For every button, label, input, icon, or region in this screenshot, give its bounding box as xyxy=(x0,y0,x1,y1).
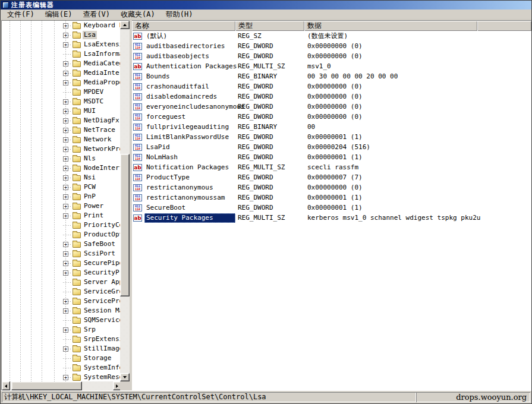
expand-toggle[interactable]: + xyxy=(63,213,68,219)
tree-item[interactable]: +Network xyxy=(2,135,120,144)
tree-item[interactable]: LsaInforma xyxy=(2,49,120,59)
tree-item[interactable]: +ServicePro xyxy=(2,296,120,306)
expand-toggle[interactable]: + xyxy=(63,80,68,86)
tree-item[interactable]: +Nls xyxy=(2,154,120,163)
scroll-up-button[interactable] xyxy=(120,21,130,29)
expand-toggle[interactable]: + xyxy=(63,308,68,314)
expand-toggle[interactable]: + xyxy=(63,71,68,76)
title-bar[interactable]: 注册表编辑器 xyxy=(1,1,531,10)
menu-item[interactable]: 编辑(E) xyxy=(40,10,78,19)
scroll-down-button[interactable] xyxy=(120,373,130,381)
expand-toggle[interactable]: + xyxy=(63,147,68,152)
tree-item[interactable]: +NetworkPro xyxy=(2,144,120,154)
expand-toggle[interactable]: + xyxy=(63,251,68,257)
registry-value-row[interactable]: 011110LimitBlankPasswordUseREG_DWORD0x00… xyxy=(132,132,531,142)
tree-item[interactable]: +NetTrace xyxy=(2,125,120,135)
menu-item[interactable]: 收藏夹(A) xyxy=(115,10,160,19)
tree-item[interactable]: +MSDTC xyxy=(2,97,120,106)
expand-toggle[interactable]: + xyxy=(63,128,68,133)
expand-toggle[interactable]: + xyxy=(63,175,68,181)
expand-toggle[interactable]: + xyxy=(63,99,68,105)
registry-value-row[interactable]: 011110everyoneincludesanonymousREG_DWORD… xyxy=(132,102,531,112)
registry-value-row[interactable]: 011110NoLmHashREG_DWORD0x00000001 (1) xyxy=(132,152,531,162)
registry-value-row[interactable]: abSecurity PackagesREG_MULTI_SZkerberos … xyxy=(132,213,531,223)
tree-item[interactable]: +NodeInterf xyxy=(2,163,120,173)
tree-item[interactable]: +ScsiPort xyxy=(2,249,120,258)
expand-toggle[interactable]: + xyxy=(63,261,68,266)
expand-toggle[interactable]: + xyxy=(63,156,68,162)
expand-toggle[interactable]: + xyxy=(63,270,68,276)
expand-toggle[interactable]: + xyxy=(63,23,68,29)
expand-toggle[interactable]: + xyxy=(63,204,68,209)
tree-item[interactable]: +SecurePipe xyxy=(2,258,120,268)
tree-item[interactable]: +SecurityPr xyxy=(2,268,120,277)
tree-item[interactable]: +Print xyxy=(2,211,120,220)
expand-toggle[interactable]: + xyxy=(63,118,68,124)
registry-value-row[interactable]: 011110LsaPidREG_DWORD0x00000204 (516) xyxy=(132,142,531,152)
registry-value-row[interactable]: 011110SecureBootREG_DWORD0x00000001 (1) xyxy=(132,203,531,213)
menu-item[interactable]: 帮助(H) xyxy=(160,10,199,19)
tree-item[interactable]: +NetDiagFx xyxy=(2,116,120,125)
expand-toggle[interactable]: + xyxy=(63,33,68,38)
expand-toggle[interactable]: + xyxy=(63,185,68,190)
registry-value-row[interactable]: 011110BoundsREG_BINARY00 30 00 00 00 20 … xyxy=(132,71,531,81)
registry-value-row[interactable]: 011110crashonauditfailREG_DWORD0x0000000… xyxy=(132,81,531,91)
registry-value-row[interactable]: 011110auditbasedirectoriesREG_DWORD0x000… xyxy=(132,41,531,51)
registry-value-row[interactable]: 011110auditbaseobjectsREG_DWORD0x0000000… xyxy=(132,51,531,61)
registry-value-row[interactable]: 011110restrictanonymoussamREG_DWORD0x000… xyxy=(132,192,531,203)
scroll-left-button[interactable] xyxy=(2,381,10,390)
registry-value-row[interactable]: 011110ProductTypeREG_DWORD0x00000007 (7) xyxy=(132,172,531,182)
tree-item[interactable]: +MUI xyxy=(2,106,120,116)
column-header-name[interactable]: 名称 xyxy=(132,21,235,31)
tree-vertical-scrollbar[interactable] xyxy=(120,21,130,381)
tree-item[interactable]: +Nsi xyxy=(2,173,120,182)
tree-item[interactable]: +SystemReso xyxy=(2,373,120,381)
app-icon[interactable] xyxy=(2,2,9,8)
tree-item[interactable]: +Session Ma xyxy=(2,306,120,315)
expand-toggle[interactable]: + xyxy=(63,109,68,114)
registry-value-row[interactable]: 011110disabledomaincredsREG_DWORD0x00000… xyxy=(132,91,531,102)
expand-toggle[interactable]: + xyxy=(63,327,68,333)
tree-item[interactable]: +Lsa xyxy=(2,30,120,40)
column-header-data[interactable]: 数据 xyxy=(304,21,477,31)
tree-item[interactable]: ServiceGro xyxy=(2,287,120,296)
tree-item[interactable]: +MediaPrope xyxy=(2,78,120,87)
expand-toggle[interactable]: + xyxy=(63,242,68,247)
tree-item[interactable]: +MediaCateg xyxy=(2,59,120,68)
registry-value-row[interactable]: 011110forceguestREG_DWORD0x00000000 (0) xyxy=(132,112,531,122)
tree-item[interactable]: MPDEV xyxy=(2,87,120,97)
tree-item[interactable]: +Power xyxy=(2,201,120,211)
expand-toggle[interactable]: + xyxy=(63,194,68,200)
tree-item[interactable]: +PnP xyxy=(2,192,120,201)
tree-item[interactable]: +PCW xyxy=(2,182,120,192)
expand-toggle[interactable]: + xyxy=(63,166,68,171)
column-header-type[interactable]: 类型 xyxy=(235,21,304,31)
tree-item[interactable]: PriorityCo xyxy=(2,220,120,230)
registry-value-row[interactable]: ab(默认)REG_SZ(数值未设置) xyxy=(132,31,531,41)
registry-value-row[interactable]: abAuthentication PackagesREG_MULTI_SZmsv… xyxy=(132,61,531,71)
tree-item[interactable]: +MediaInter xyxy=(2,68,120,78)
expand-toggle[interactable]: + xyxy=(63,375,68,380)
expand-toggle[interactable]: + xyxy=(63,346,68,352)
tree-item[interactable]: +StillImage xyxy=(2,344,120,354)
expand-toggle[interactable]: + xyxy=(63,137,68,143)
tree-item[interactable]: +Keyboard L xyxy=(2,21,120,30)
menu-item[interactable]: 查看(V) xyxy=(77,10,115,19)
tree-horizontal-scrollbar[interactable] xyxy=(2,381,121,390)
tree-item[interactable]: +SafeBoot xyxy=(2,239,120,249)
tree-item[interactable]: +LsaExtensi xyxy=(2,40,120,49)
tree-item[interactable]: Server App xyxy=(2,277,120,287)
tree-item[interactable]: SrpExtensi xyxy=(2,334,120,344)
expand-toggle[interactable]: + xyxy=(63,42,68,48)
tree-item[interactable]: +Srp xyxy=(2,325,120,334)
tree-item[interactable]: SQMService xyxy=(2,315,120,325)
expand-toggle[interactable]: + xyxy=(63,61,68,67)
vertical-scroll-thumb[interactable] xyxy=(120,154,130,296)
tree-item[interactable]: SystemInfo xyxy=(2,363,120,373)
tree-item[interactable]: Storage xyxy=(2,354,120,363)
registry-value-row[interactable]: 011110fullprivilegeauditingREG_BINARY00 xyxy=(132,122,531,132)
expand-toggle[interactable]: + xyxy=(63,299,68,304)
horizontal-scroll-thumb[interactable] xyxy=(11,381,82,390)
registry-value-row[interactable]: 011110restrictanonymousREG_DWORD0x000000… xyxy=(132,182,531,192)
registry-value-row[interactable]: abNotification PackagesREG_MULTI_SZscecl… xyxy=(132,162,531,172)
